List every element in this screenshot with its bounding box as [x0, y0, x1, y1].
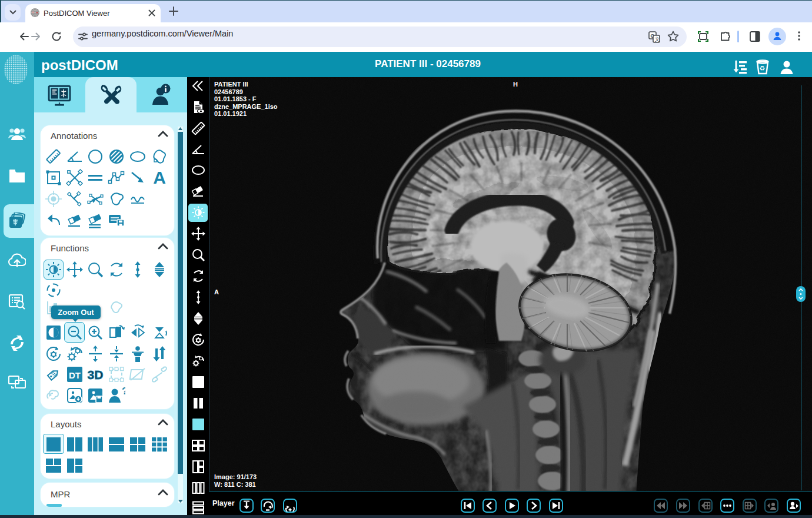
svg-text:文: 文: [655, 36, 660, 42]
svg-text:A: A: [153, 169, 166, 187]
svg-text:?: ?: [122, 387, 125, 397]
svg-text:3D: 3D: [88, 368, 104, 381]
svg-text:DT: DT: [69, 370, 81, 380]
svg-text:♻: ♻: [760, 65, 766, 72]
